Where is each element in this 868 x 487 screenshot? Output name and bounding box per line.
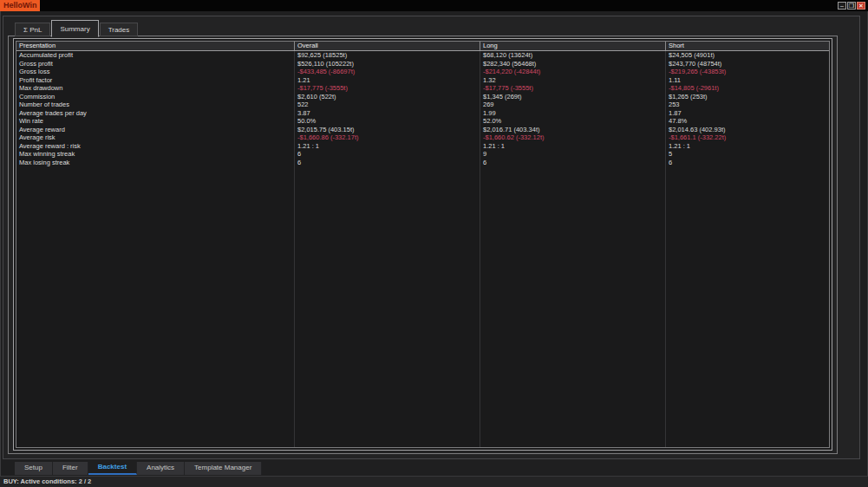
- cell-long: $282,340 (56468t): [480, 60, 665, 68]
- window-controls: – ❐ ✕: [838, 2, 865, 10]
- title-bar: HelloWin – ❐ ✕: [0, 0, 868, 11]
- row-label: Max winning streak: [16, 150, 294, 159]
- bottom-tab-strip: SetupFilterBacktestAnalyticsTemplate Man…: [15, 462, 262, 475]
- row-label: Profit factor: [16, 76, 294, 85]
- cell-short: 253: [665, 101, 829, 109]
- cell-overall: $526,110 (105222t): [294, 60, 480, 68]
- bottom-tab-filter[interactable]: Filter: [53, 462, 88, 475]
- status-bar: BUY: Active conditions: 2 / 2: [0, 476, 868, 487]
- table-empty-area: [16, 166, 829, 447]
- cell-short: -$14,805 (-2961t): [665, 84, 829, 93]
- cell-long: -$17,775 (-3555t): [480, 84, 665, 93]
- table-row[interactable]: Max drawdown-$17,775 (-3555t)-$17,775 (-…: [16, 84, 829, 93]
- cell-long: 52.0%: [480, 117, 665, 126]
- row-label: Average reward : risk: [16, 142, 294, 151]
- table-row[interactable]: Accumulated profit$92,625 (18525t)$68,12…: [16, 51, 829, 60]
- cell-overall: $92,625 (18525t): [294, 51, 480, 60]
- cell-overall: 1.21 : 1: [294, 142, 480, 151]
- column-header-presentation[interactable]: Presentation: [16, 42, 294, 50]
- cell-long: $1,345 (269t): [480, 93, 665, 101]
- row-label: Gross loss: [16, 68, 294, 76]
- table-header-row: Presentation Overall Long Short: [16, 42, 829, 51]
- cell-overall: $2,610 (522t): [294, 93, 480, 101]
- cell-overall: -$1,660.86 (-332.17t): [294, 133, 480, 142]
- cell-overall: 1.21: [294, 76, 480, 85]
- statistics-table: Presentation Overall Long Short Accumula…: [13, 38, 832, 451]
- table-row[interactable]: Average trades per day3.871.991.87: [16, 109, 829, 118]
- row-label: Commission: [16, 93, 294, 101]
- cell-overall: 6: [294, 159, 480, 167]
- column-header-overall[interactable]: Overall: [294, 42, 480, 50]
- cell-long: 1.99: [480, 109, 665, 118]
- cell-short: 47.8%: [665, 117, 829, 126]
- row-label: Accumulated profit: [16, 51, 294, 60]
- table-row[interactable]: Commission$2,610 (522t)$1,345 (269t)$1,2…: [16, 93, 829, 101]
- bottom-tab-setup[interactable]: Setup: [15, 462, 53, 475]
- column-header-short[interactable]: Short: [665, 42, 829, 50]
- cell-long: 1.21 : 1: [480, 142, 665, 151]
- table-row[interactable]: Max losing streak666: [16, 159, 829, 167]
- summary-tab-strip: Σ PnLSummaryTrades: [15, 20, 139, 36]
- row-label: Average risk: [16, 133, 294, 142]
- table-row[interactable]: Average risk-$1,660.86 (-332.17t)-$1,660…: [16, 133, 829, 142]
- cell-short: $2,014.63 (402.93t): [665, 126, 829, 134]
- cell-short: 1.11: [665, 76, 829, 85]
- cell-short: $243,770 (48754t): [665, 60, 829, 68]
- cell-short: -$219,265 (-43853t): [665, 68, 829, 76]
- cell-long: 1.32: [480, 76, 665, 85]
- row-label: Number of trades: [16, 101, 294, 109]
- tab--pnl[interactable]: Σ PnL: [15, 23, 50, 36]
- cell-long: -$214,220 (-42844t): [480, 68, 665, 76]
- row-label: Max losing streak: [16, 159, 294, 167]
- cell-overall: -$17,775 (-3555t): [294, 84, 480, 93]
- row-label: Max drawdown: [16, 84, 294, 93]
- tab-trades[interactable]: Trades: [100, 23, 139, 36]
- cell-short: $24,505 (4901t): [665, 51, 829, 60]
- minimize-icon[interactable]: –: [838, 2, 846, 10]
- cell-long: $2,016.71 (403.34t): [480, 126, 665, 134]
- cell-long: 6: [480, 159, 665, 167]
- cell-overall: $2,015.75 (403.15t): [294, 126, 480, 134]
- cell-overall: 6: [294, 150, 480, 159]
- bottom-tab-analytics[interactable]: Analytics: [137, 462, 185, 475]
- column-header-long[interactable]: Long: [480, 42, 665, 50]
- table-row[interactable]: Gross loss-$433,485 (-86697t)-$214,220 (…: [16, 68, 829, 76]
- cell-long: 9: [480, 150, 665, 159]
- close-icon[interactable]: ✕: [857, 2, 865, 10]
- cell-short: $1,265 (253t): [665, 93, 829, 101]
- cell-short: -$1,661.1 (-332.22t): [665, 133, 829, 142]
- cell-short: 5: [665, 150, 829, 159]
- cell-overall: 50.0%: [294, 117, 480, 126]
- cell-overall: 3.87: [294, 109, 480, 118]
- row-label: Win rate: [16, 117, 294, 126]
- row-label: Average reward: [16, 126, 294, 134]
- row-label: Gross profit: [16, 60, 294, 68]
- table-row[interactable]: Profit factor1.211.321.11: [16, 76, 829, 85]
- table-row[interactable]: Average reward : risk1.21 : 11.21 : 11.2…: [16, 142, 829, 151]
- bottom-tab-template-manager[interactable]: Template Manager: [185, 462, 262, 475]
- cell-short: 1.87: [665, 109, 829, 118]
- table-row[interactable]: Average reward$2,015.75 (403.15t)$2,016.…: [16, 126, 829, 134]
- row-label: Average trades per day: [16, 109, 294, 118]
- cell-short: 1.21 : 1: [665, 142, 829, 151]
- table-row[interactable]: Gross profit$526,110 (105222t)$282,340 (…: [16, 60, 829, 68]
- window-title: HelloWin: [0, 0, 40, 11]
- table-body: Accumulated profit$92,625 (18525t)$68,12…: [16, 51, 829, 447]
- cell-short: 6: [665, 159, 829, 167]
- cell-long: $68,120 (13624t): [480, 51, 665, 60]
- cell-long: -$1,660.62 (-332.12t): [480, 133, 665, 142]
- restore-icon[interactable]: ❐: [847, 2, 856, 10]
- table-row[interactable]: Number of trades522269253: [16, 101, 829, 109]
- tab-summary[interactable]: Summary: [51, 20, 98, 37]
- table-row[interactable]: Win rate50.0%52.0%47.8%: [16, 117, 829, 126]
- cell-overall: -$433,485 (-86697t): [294, 68, 480, 76]
- cell-overall: 522: [294, 101, 480, 109]
- table-row[interactable]: Max winning streak695: [16, 150, 829, 159]
- status-text: BUY: Active conditions: 2 / 2: [0, 477, 868, 487]
- bottom-tab-backtest[interactable]: Backtest: [88, 462, 137, 475]
- statistics-table-inner: Presentation Overall Long Short Accumula…: [16, 41, 830, 448]
- cell-long: 269: [480, 101, 665, 109]
